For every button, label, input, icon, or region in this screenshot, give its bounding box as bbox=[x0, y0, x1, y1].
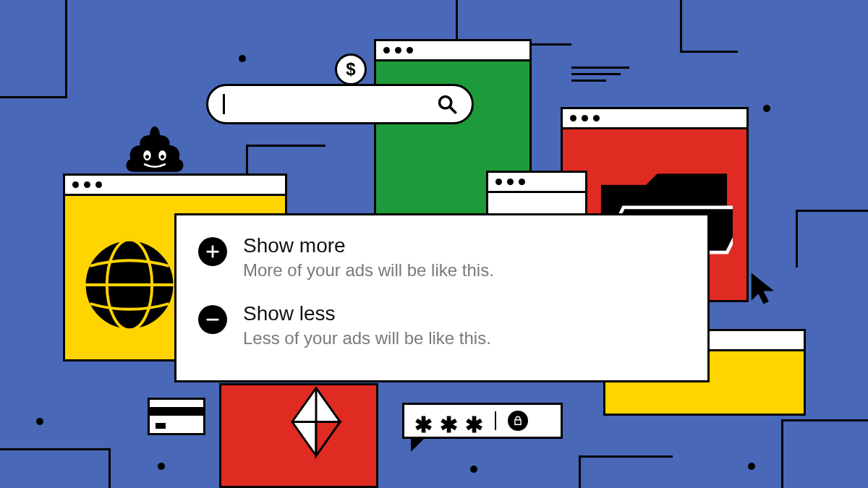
bg-dot bbox=[748, 463, 755, 470]
window-titlebar bbox=[65, 176, 285, 196]
bg-line bbox=[65, 0, 67, 98]
show-less-title: Show less bbox=[243, 302, 491, 325]
bg-line bbox=[0, 96, 65, 98]
bg-dot bbox=[239, 55, 246, 62]
ad-feedback-popup: Show more More of your ads will be like … bbox=[174, 213, 710, 382]
bg-dot bbox=[763, 105, 770, 112]
password-mask: ✱ bbox=[465, 414, 483, 436]
cursor-icon bbox=[748, 271, 783, 306]
red-panel bbox=[219, 383, 378, 488]
show-less-row[interactable]: Show less Less of your ads will be like … bbox=[176, 292, 707, 360]
window-titlebar bbox=[488, 173, 585, 193]
dollar-icon: $ bbox=[335, 53, 367, 85]
bg-line bbox=[246, 145, 248, 174]
svg-point-6 bbox=[145, 155, 149, 158]
show-more-row[interactable]: Show more More of your ads will be like … bbox=[176, 215, 707, 292]
password-bubble: ✱ ✱ ✱ bbox=[402, 403, 563, 439]
hamburger-icon bbox=[571, 67, 629, 86]
bg-line bbox=[680, 51, 738, 53]
bg-line bbox=[579, 455, 581, 488]
bg-line bbox=[781, 419, 868, 421]
bg-dot bbox=[158, 463, 165, 470]
show-more-subtitle: More of your ads will be like this. bbox=[243, 260, 494, 281]
bg-line bbox=[796, 210, 868, 212]
svg-point-7 bbox=[161, 155, 164, 158]
globe-icon bbox=[82, 238, 176, 332]
speech-tail bbox=[411, 439, 424, 452]
text-cursor bbox=[223, 94, 225, 114]
bg-line bbox=[781, 419, 783, 488]
search-icon bbox=[437, 94, 457, 114]
bg-line bbox=[246, 145, 326, 147]
bg-line bbox=[0, 448, 109, 450]
search-input[interactable] bbox=[206, 84, 474, 124]
password-mask: ✱ bbox=[440, 414, 458, 436]
window-titlebar bbox=[376, 41, 529, 61]
separator bbox=[495, 411, 496, 430]
bg-line bbox=[680, 0, 682, 51]
minus-icon bbox=[198, 305, 227, 334]
window-titlebar bbox=[563, 109, 746, 129]
credit-card-icon bbox=[148, 398, 205, 435]
dollar-symbol: $ bbox=[346, 59, 355, 80]
svg-line-9 bbox=[450, 107, 456, 113]
password-mask: ✱ bbox=[414, 414, 433, 436]
poo-emoji-icon bbox=[123, 125, 187, 176]
bg-line bbox=[796, 210, 798, 267]
bg-line bbox=[109, 448, 111, 488]
diamond-icon bbox=[288, 377, 344, 467]
bg-line bbox=[456, 0, 458, 43]
bg-dot bbox=[36, 418, 43, 425]
lock-icon bbox=[508, 411, 528, 431]
show-less-subtitle: Less of your ads will be like this. bbox=[243, 328, 491, 348]
plus-icon bbox=[198, 237, 227, 266]
bg-line bbox=[579, 455, 673, 458]
bg-dot bbox=[470, 466, 477, 473]
show-more-title: Show more bbox=[243, 234, 494, 257]
